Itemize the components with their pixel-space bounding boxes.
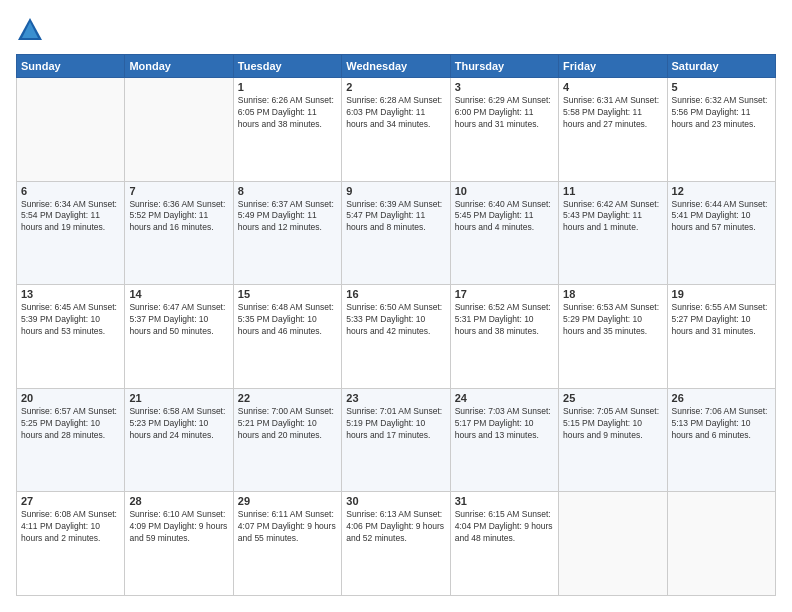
calendar-week-row: 1Sunrise: 6:26 AM Sunset: 6:05 PM Daylig… <box>17 78 776 182</box>
calendar-cell: 6Sunrise: 6:34 AM Sunset: 5:54 PM Daylig… <box>17 181 125 285</box>
calendar-cell: 22Sunrise: 7:00 AM Sunset: 5:21 PM Dayli… <box>233 388 341 492</box>
day-number: 4 <box>563 81 662 93</box>
day-number: 29 <box>238 495 337 507</box>
calendar-cell: 13Sunrise: 6:45 AM Sunset: 5:39 PM Dayli… <box>17 285 125 389</box>
day-number: 2 <box>346 81 445 93</box>
calendar-cell: 28Sunrise: 6:10 AM Sunset: 4:09 PM Dayli… <box>125 492 233 596</box>
day-number: 27 <box>21 495 120 507</box>
calendar-cell: 27Sunrise: 6:08 AM Sunset: 4:11 PM Dayli… <box>17 492 125 596</box>
calendar-cell: 26Sunrise: 7:06 AM Sunset: 5:13 PM Dayli… <box>667 388 775 492</box>
day-number: 25 <box>563 392 662 404</box>
calendar-week-row: 27Sunrise: 6:08 AM Sunset: 4:11 PM Dayli… <box>17 492 776 596</box>
day-info: Sunrise: 7:00 AM Sunset: 5:21 PM Dayligh… <box>238 406 337 442</box>
calendar-cell: 17Sunrise: 6:52 AM Sunset: 5:31 PM Dayli… <box>450 285 558 389</box>
calendar-cell: 2Sunrise: 6:28 AM Sunset: 6:03 PM Daylig… <box>342 78 450 182</box>
day-number: 7 <box>129 185 228 197</box>
day-number: 18 <box>563 288 662 300</box>
day-number: 23 <box>346 392 445 404</box>
calendar-cell: 4Sunrise: 6:31 AM Sunset: 5:58 PM Daylig… <box>559 78 667 182</box>
calendar-cell <box>125 78 233 182</box>
weekday-header-thursday: Thursday <box>450 55 558 78</box>
calendar-cell: 14Sunrise: 6:47 AM Sunset: 5:37 PM Dayli… <box>125 285 233 389</box>
day-info: Sunrise: 6:53 AM Sunset: 5:29 PM Dayligh… <box>563 302 662 338</box>
day-number: 31 <box>455 495 554 507</box>
day-info: Sunrise: 6:13 AM Sunset: 4:06 PM Dayligh… <box>346 509 445 545</box>
calendar-cell <box>17 78 125 182</box>
calendar-cell: 21Sunrise: 6:58 AM Sunset: 5:23 PM Dayli… <box>125 388 233 492</box>
day-info: Sunrise: 6:47 AM Sunset: 5:37 PM Dayligh… <box>129 302 228 338</box>
calendar-cell: 1Sunrise: 6:26 AM Sunset: 6:05 PM Daylig… <box>233 78 341 182</box>
day-number: 8 <box>238 185 337 197</box>
calendar-cell: 3Sunrise: 6:29 AM Sunset: 6:00 PM Daylig… <box>450 78 558 182</box>
day-info: Sunrise: 6:31 AM Sunset: 5:58 PM Dayligh… <box>563 95 662 131</box>
day-number: 10 <box>455 185 554 197</box>
day-info: Sunrise: 6:44 AM Sunset: 5:41 PM Dayligh… <box>672 199 771 235</box>
weekday-header-friday: Friday <box>559 55 667 78</box>
day-info: Sunrise: 6:11 AM Sunset: 4:07 PM Dayligh… <box>238 509 337 545</box>
day-number: 19 <box>672 288 771 300</box>
day-number: 30 <box>346 495 445 507</box>
day-info: Sunrise: 6:08 AM Sunset: 4:11 PM Dayligh… <box>21 509 120 545</box>
day-number: 9 <box>346 185 445 197</box>
calendar-cell: 9Sunrise: 6:39 AM Sunset: 5:47 PM Daylig… <box>342 181 450 285</box>
day-number: 22 <box>238 392 337 404</box>
day-info: Sunrise: 6:48 AM Sunset: 5:35 PM Dayligh… <box>238 302 337 338</box>
weekday-header-saturday: Saturday <box>667 55 775 78</box>
day-number: 5 <box>672 81 771 93</box>
calendar-cell <box>559 492 667 596</box>
day-info: Sunrise: 6:57 AM Sunset: 5:25 PM Dayligh… <box>21 406 120 442</box>
day-number: 11 <box>563 185 662 197</box>
calendar-cell <box>667 492 775 596</box>
calendar-cell: 20Sunrise: 6:57 AM Sunset: 5:25 PM Dayli… <box>17 388 125 492</box>
day-info: Sunrise: 6:50 AM Sunset: 5:33 PM Dayligh… <box>346 302 445 338</box>
day-number: 26 <box>672 392 771 404</box>
day-number: 6 <box>21 185 120 197</box>
calendar-cell: 5Sunrise: 6:32 AM Sunset: 5:56 PM Daylig… <box>667 78 775 182</box>
day-info: Sunrise: 6:39 AM Sunset: 5:47 PM Dayligh… <box>346 199 445 235</box>
day-info: Sunrise: 7:05 AM Sunset: 5:15 PM Dayligh… <box>563 406 662 442</box>
day-number: 16 <box>346 288 445 300</box>
calendar-cell: 30Sunrise: 6:13 AM Sunset: 4:06 PM Dayli… <box>342 492 450 596</box>
weekday-header-monday: Monday <box>125 55 233 78</box>
calendar-cell: 19Sunrise: 6:55 AM Sunset: 5:27 PM Dayli… <box>667 285 775 389</box>
day-info: Sunrise: 6:28 AM Sunset: 6:03 PM Dayligh… <box>346 95 445 131</box>
day-info: Sunrise: 6:55 AM Sunset: 5:27 PM Dayligh… <box>672 302 771 338</box>
day-number: 15 <box>238 288 337 300</box>
calendar-table: SundayMondayTuesdayWednesdayThursdayFrid… <box>16 54 776 596</box>
header <box>16 16 776 44</box>
page: SundayMondayTuesdayWednesdayThursdayFrid… <box>0 0 792 612</box>
day-number: 17 <box>455 288 554 300</box>
day-number: 12 <box>672 185 771 197</box>
calendar-cell: 15Sunrise: 6:48 AM Sunset: 5:35 PM Dayli… <box>233 285 341 389</box>
day-info: Sunrise: 6:36 AM Sunset: 5:52 PM Dayligh… <box>129 199 228 235</box>
day-number: 13 <box>21 288 120 300</box>
day-number: 20 <box>21 392 120 404</box>
day-number: 24 <box>455 392 554 404</box>
day-info: Sunrise: 6:26 AM Sunset: 6:05 PM Dayligh… <box>238 95 337 131</box>
calendar-cell: 7Sunrise: 6:36 AM Sunset: 5:52 PM Daylig… <box>125 181 233 285</box>
weekday-header-wednesday: Wednesday <box>342 55 450 78</box>
day-number: 28 <box>129 495 228 507</box>
logo-icon <box>16 16 44 44</box>
logo <box>16 16 48 44</box>
day-number: 21 <box>129 392 228 404</box>
calendar-cell: 11Sunrise: 6:42 AM Sunset: 5:43 PM Dayli… <box>559 181 667 285</box>
day-number: 14 <box>129 288 228 300</box>
calendar-cell: 23Sunrise: 7:01 AM Sunset: 5:19 PM Dayli… <box>342 388 450 492</box>
day-info: Sunrise: 6:10 AM Sunset: 4:09 PM Dayligh… <box>129 509 228 545</box>
calendar-cell: 25Sunrise: 7:05 AM Sunset: 5:15 PM Dayli… <box>559 388 667 492</box>
calendar-cell: 24Sunrise: 7:03 AM Sunset: 5:17 PM Dayli… <box>450 388 558 492</box>
weekday-header-sunday: Sunday <box>17 55 125 78</box>
calendar-week-row: 20Sunrise: 6:57 AM Sunset: 5:25 PM Dayli… <box>17 388 776 492</box>
calendar-week-row: 13Sunrise: 6:45 AM Sunset: 5:39 PM Dayli… <box>17 285 776 389</box>
calendar-cell: 29Sunrise: 6:11 AM Sunset: 4:07 PM Dayli… <box>233 492 341 596</box>
calendar-header-row: SundayMondayTuesdayWednesdayThursdayFrid… <box>17 55 776 78</box>
calendar-cell: 18Sunrise: 6:53 AM Sunset: 5:29 PM Dayli… <box>559 285 667 389</box>
day-info: Sunrise: 6:40 AM Sunset: 5:45 PM Dayligh… <box>455 199 554 235</box>
day-info: Sunrise: 7:01 AM Sunset: 5:19 PM Dayligh… <box>346 406 445 442</box>
calendar-cell: 10Sunrise: 6:40 AM Sunset: 5:45 PM Dayli… <box>450 181 558 285</box>
day-info: Sunrise: 6:15 AM Sunset: 4:04 PM Dayligh… <box>455 509 554 545</box>
day-info: Sunrise: 6:45 AM Sunset: 5:39 PM Dayligh… <box>21 302 120 338</box>
day-info: Sunrise: 6:52 AM Sunset: 5:31 PM Dayligh… <box>455 302 554 338</box>
weekday-header-tuesday: Tuesday <box>233 55 341 78</box>
